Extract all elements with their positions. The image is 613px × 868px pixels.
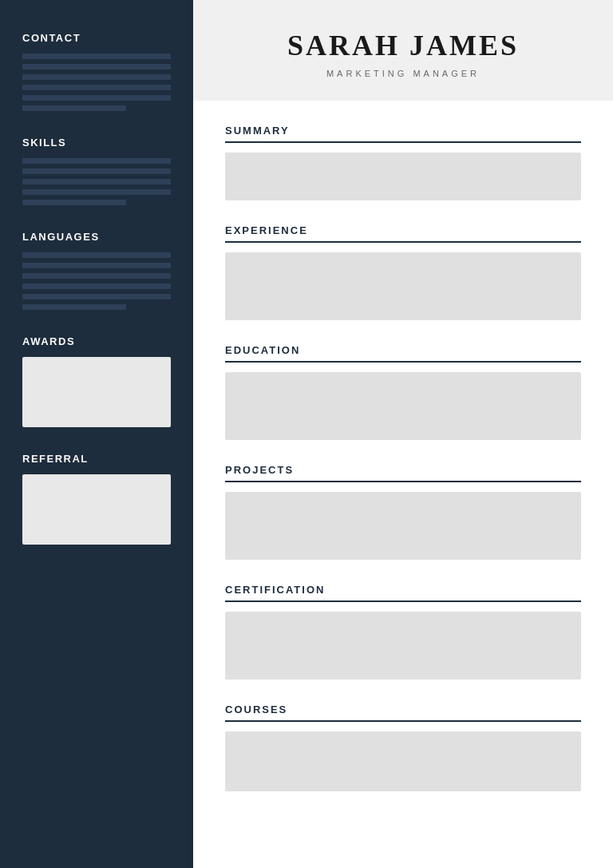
sidebar-section-referral: REFERRAL <box>22 453 171 545</box>
sidebar-section-languages: LANGUAGES <box>22 231 171 310</box>
languages-line-1 <box>22 252 171 258</box>
languages-line-3 <box>22 273 171 279</box>
projects-placeholder <box>225 492 581 560</box>
education-title: EDUCATION <box>225 344 581 363</box>
languages-line-5 <box>22 294 171 299</box>
experience-title: EXPERIENCE <box>225 224 581 243</box>
summary-placeholder <box>225 153 581 200</box>
contact-line-3 <box>22 74 171 80</box>
sidebar-section-skills: SKILLS <box>22 137 171 205</box>
section-certification: CERTIFICATION <box>225 584 581 680</box>
languages-lines <box>22 252 171 310</box>
education-placeholder <box>225 372 581 440</box>
contact-line-1 <box>22 54 171 59</box>
section-experience: EXPERIENCE <box>225 224 581 320</box>
languages-line-2 <box>22 263 171 268</box>
contact-line-4 <box>22 85 171 90</box>
summary-title: SUMMARY <box>225 125 581 143</box>
skills-line-2 <box>22 168 171 174</box>
skills-line-5 <box>22 200 126 205</box>
certification-title: CERTIFICATION <box>225 584 581 602</box>
sidebar-section-contact: CONTACT <box>22 32 171 111</box>
section-summary: SUMMARY <box>225 125 581 200</box>
awards-title: AWARDS <box>22 335 171 347</box>
contact-line-5 <box>22 95 171 101</box>
resume-body: SUMMARY EXPERIENCE EDUCATION PROJECTS CE… <box>193 101 613 868</box>
referral-title: REFERRAL <box>22 453 171 465</box>
candidate-name: SARAH JAMES <box>225 29 581 62</box>
referral-placeholder <box>22 474 171 545</box>
resume-header: SARAH JAMES MARKETING MANAGER <box>193 0 613 101</box>
contact-line-6 <box>22 105 126 111</box>
languages-title: LANGUAGES <box>22 231 171 243</box>
certification-placeholder <box>225 612 581 680</box>
section-education: EDUCATION <box>225 344 581 440</box>
main-content: SARAH JAMES MARKETING MANAGER SUMMARY EX… <box>193 0 613 868</box>
skills-line-4 <box>22 189 171 195</box>
contact-lines <box>22 54 171 111</box>
projects-title: PROJECTS <box>225 464 581 482</box>
skills-line-1 <box>22 158 171 164</box>
sidebar-section-awards: AWARDS <box>22 335 171 427</box>
contact-title: CONTACT <box>22 32 171 44</box>
languages-line-6 <box>22 304 126 310</box>
skills-title: SKILLS <box>22 137 171 149</box>
experience-placeholder <box>225 252 581 320</box>
courses-placeholder <box>225 731 581 791</box>
skills-lines <box>22 158 171 205</box>
section-courses: COURSES <box>225 704 581 791</box>
sidebar: CONTACT SKILLS LANGUAGES <box>0 0 193 868</box>
candidate-title: MARKETING MANAGER <box>225 69 581 78</box>
languages-line-4 <box>22 283 171 289</box>
awards-placeholder <box>22 357 171 427</box>
section-projects: PROJECTS <box>225 464 581 560</box>
courses-title: COURSES <box>225 704 581 722</box>
contact-line-2 <box>22 64 171 69</box>
skills-line-3 <box>22 179 171 184</box>
